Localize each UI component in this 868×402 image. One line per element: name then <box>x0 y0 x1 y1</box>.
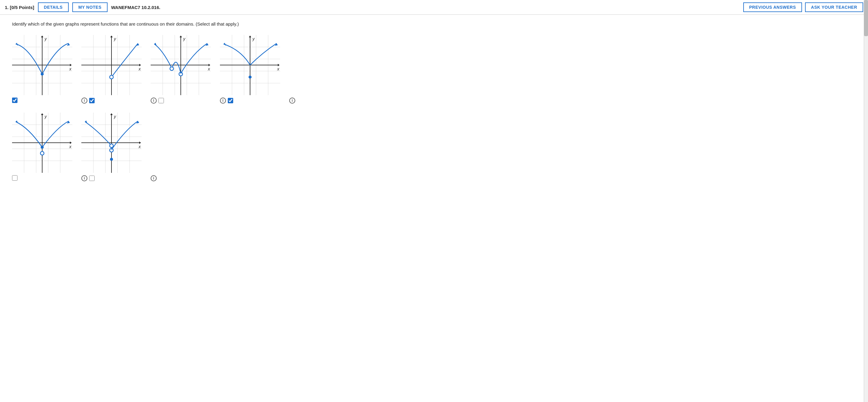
graph-2-svg: y x <box>81 35 142 95</box>
scrollbar-thumb[interactable] <box>864 0 868 36</box>
graph-item-3: y x i <box>151 35 211 104</box>
svg-text:x: x <box>69 144 72 149</box>
graph-item-8: i <box>151 112 211 181</box>
graph-4-info-button[interactable]: i <box>220 98 226 104</box>
graph-item-7: y x i <box>81 112 142 181</box>
svg-point-102 <box>110 148 113 152</box>
problem-number: 1. [0/5 Points] <box>5 5 34 10</box>
graph-item-1: y x <box>12 35 72 104</box>
svg-marker-27 <box>139 64 141 66</box>
graphs-row-2: y x <box>12 112 856 181</box>
graph-item-4: y x i <box>220 35 280 104</box>
graph-3-checkbox-row: i <box>151 98 164 104</box>
graph-2-checkbox[interactable] <box>89 98 95 103</box>
svg-point-84 <box>41 146 44 149</box>
details-button[interactable]: DETAILS <box>38 2 69 12</box>
graph-item-6: y x <box>12 112 72 181</box>
graph-4-checkbox[interactable] <box>228 98 233 103</box>
graph-5-placeholder <box>289 35 349 95</box>
svg-marker-96 <box>139 141 141 144</box>
svg-text:x: x <box>69 67 72 71</box>
svg-point-32 <box>110 75 113 79</box>
ask-teacher-button[interactable]: ASK YOUR TEACHER <box>805 2 863 12</box>
svg-text:y: y <box>44 114 47 119</box>
svg-text:x: x <box>138 67 141 71</box>
scrollbar-track <box>864 0 868 187</box>
graph-5-info-button[interactable]: i <box>289 98 295 104</box>
svg-marker-61 <box>278 64 280 66</box>
svg-text:y: y <box>114 114 116 119</box>
graph-3-svg: y x <box>151 35 211 95</box>
svg-text:y: y <box>252 36 255 41</box>
header: 1. [0/5 Points] DETAILS MY NOTES WANEFMA… <box>0 0 868 15</box>
svg-point-16 <box>41 73 44 75</box>
svg-point-48 <box>170 67 174 70</box>
svg-marker-11 <box>41 36 43 37</box>
graph-4-checkbox-row: i <box>220 98 233 104</box>
graph-6-checkbox-row <box>12 175 18 181</box>
svg-marker-97 <box>110 113 113 115</box>
svg-text:y: y <box>114 36 116 41</box>
svg-text:y: y <box>183 36 186 41</box>
graph-2-checkbox-row: i <box>81 98 95 104</box>
graph-1-svg: y x <box>12 35 72 95</box>
graph-1-checkbox[interactable] <box>12 98 18 103</box>
graph-7-checkbox-row: i <box>81 175 95 181</box>
svg-marker-43 <box>209 64 210 66</box>
svg-point-67 <box>249 75 252 78</box>
svg-text:x: x <box>208 67 210 71</box>
my-notes-button[interactable]: MY NOTES <box>72 2 107 12</box>
svg-marker-79 <box>41 113 43 115</box>
graph-2-info-button[interactable]: i <box>81 98 87 104</box>
svg-marker-78 <box>70 141 72 144</box>
svg-marker-62 <box>249 36 251 37</box>
svg-text:y: y <box>44 36 47 41</box>
graph-5-checkbox-row: i <box>289 98 295 104</box>
question-text: Identify which of the given graphs repre… <box>12 21 856 28</box>
svg-text:x: x <box>277 67 280 71</box>
graphs-row-1: y x <box>12 35 856 104</box>
graph-6-checkbox[interactable] <box>12 175 18 181</box>
graph-1-checkbox-row <box>12 98 18 103</box>
graph-8-checkbox-row: i <box>151 175 157 181</box>
graph-item-5: i <box>289 35 349 104</box>
graph-8-placeholder <box>151 112 211 173</box>
graph-3-info-button[interactable]: i <box>151 98 157 104</box>
graph-7-info-button[interactable]: i <box>81 175 87 181</box>
svg-point-85 <box>40 152 44 155</box>
problem-code: WANEFMAC7 10.2.016. <box>111 5 740 10</box>
graph-6-svg: y x <box>12 112 72 173</box>
graph-8-info-button[interactable]: i <box>151 175 157 181</box>
svg-marker-44 <box>180 36 182 37</box>
graph-item-2: y x i <box>81 35 142 104</box>
svg-marker-10 <box>70 64 72 66</box>
graph-4-svg: y x <box>220 35 280 95</box>
svg-text:x: x <box>138 144 141 149</box>
svg-marker-28 <box>110 36 113 37</box>
right-buttons: PREVIOUS ANSWERS ASK YOUR TEACHER <box>743 2 863 12</box>
graph-7-svg: y x <box>81 112 142 173</box>
svg-point-104 <box>110 158 113 161</box>
main-content: Identify which of the given graphs repre… <box>0 15 868 187</box>
graph-7-checkbox[interactable] <box>89 175 95 181</box>
graph-3-checkbox[interactable] <box>158 98 164 103</box>
previous-answers-button[interactable]: PREVIOUS ANSWERS <box>743 2 802 12</box>
svg-point-101 <box>110 144 113 147</box>
